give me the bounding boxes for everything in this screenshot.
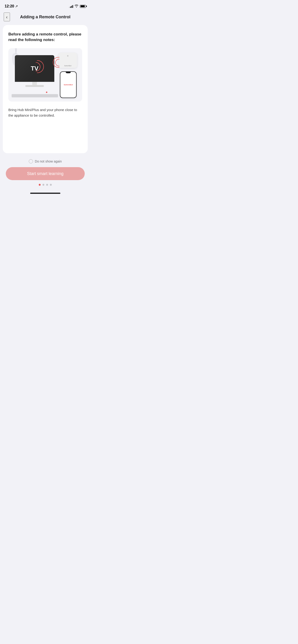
tv-label: TV	[31, 65, 38, 72]
pagination-dot-1	[39, 184, 41, 186]
wifi-icon	[75, 4, 79, 8]
status-icons	[69, 4, 86, 8]
do-not-show-row[interactable]: Do not show again	[29, 159, 62, 164]
ir-waves-hub	[55, 59, 59, 68]
back-arrow-icon: ‹	[6, 14, 8, 20]
pagination-dot-2	[43, 184, 44, 186]
start-button-label: Start smart learning	[27, 171, 63, 176]
hub-label: SwitchBot	[64, 65, 71, 66]
illustration: TV SwitchBot	[8, 48, 82, 102]
phone-notch	[66, 72, 71, 73]
pagination-dot-4	[50, 184, 52, 186]
home-indicator	[0, 190, 91, 196]
status-bar: 12:20 ↗	[0, 0, 91, 11]
notes-title: Before adding a remote control, please r…	[8, 32, 82, 43]
main-card: Before adding a remote control, please r…	[3, 25, 88, 153]
back-button[interactable]: ‹	[4, 12, 10, 21]
location-arrow-icon: ↗	[15, 4, 18, 8]
battery-fill	[81, 5, 85, 7]
bottom-area: Do not show again Start smart learning	[0, 156, 91, 190]
status-time: 12:20 ↗	[5, 4, 18, 8]
description-text: Bring Hub Mini/Plus and your phone close…	[8, 107, 82, 118]
tv-illustration: TV	[15, 55, 54, 87]
time-label: 12:20	[5, 4, 14, 8]
start-smart-learning-button[interactable]: Start smart learning	[6, 167, 85, 180]
phone-illustration: SwitchBot	[60, 72, 77, 98]
do-not-show-checkbox[interactable]	[29, 159, 33, 164]
nav-header: ‹ Adding a Remote Control	[0, 11, 91, 23]
page-title: Adding a Remote Control	[20, 14, 71, 20]
hub-device: SwitchBot	[59, 53, 77, 68]
do-not-show-label: Do not show again	[35, 160, 62, 163]
phone-label: SwitchBot	[64, 84, 73, 86]
signal-bars-icon	[69, 5, 73, 8]
pagination-dots	[39, 184, 52, 186]
battery-icon	[80, 5, 86, 8]
tv-shelf	[12, 94, 58, 97]
home-bar	[30, 193, 60, 194]
pagination-dot-3	[46, 184, 48, 186]
